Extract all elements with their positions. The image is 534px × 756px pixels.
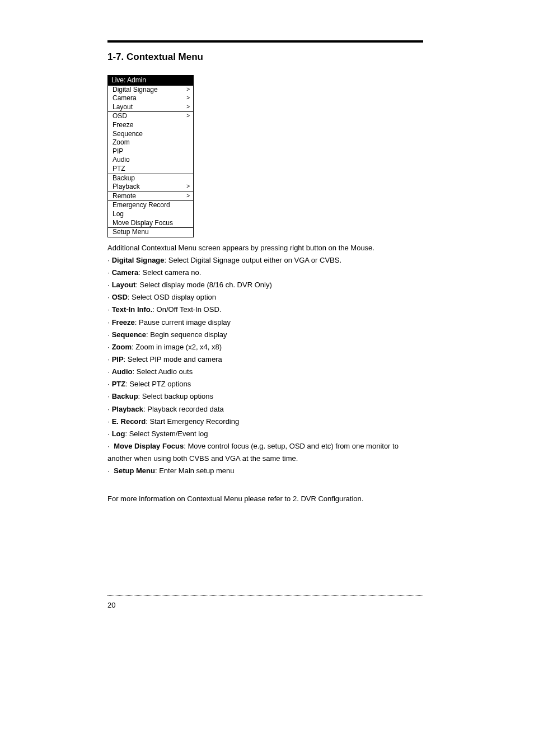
description-list: ·Digital Signage: Select Digital Signage… xyxy=(107,254,423,440)
bullet-icon: · xyxy=(107,330,112,339)
menu-item-label: PIP xyxy=(113,148,123,155)
description-term: Playback xyxy=(112,405,143,413)
description-text: : Select PIP mode and camera xyxy=(124,355,222,363)
menu-item: Audio xyxy=(108,156,193,165)
menu-item: Emergency Record xyxy=(108,201,193,210)
description-line: ·Log: Select System/Event log xyxy=(107,428,423,440)
body-text: Additional Contextual Menu screen appear… xyxy=(107,242,423,506)
description-line: ·Camera: Select camera no. xyxy=(107,267,423,279)
description-line: ·Text-In Info.: On/Off Text-In OSD. xyxy=(107,304,423,316)
menu-item: Layout> xyxy=(108,103,193,113)
bullet-icon: · xyxy=(107,355,112,363)
description-text: : Select Digital Signage output either o… xyxy=(165,256,342,264)
description-line: ·PTZ: Select PTZ options xyxy=(107,378,423,390)
description-term: Backup xyxy=(112,392,138,400)
closing-paragraph: For more information on Contextual Menu … xyxy=(107,493,423,505)
bullet-icon: · xyxy=(107,430,112,438)
description-line: ·Sequence: Begin sequence display xyxy=(107,329,423,341)
bullet-icon: · xyxy=(107,281,112,289)
menu-item-label: Zoom xyxy=(113,139,130,146)
menu-item-label: Digital Signage xyxy=(113,86,158,94)
description-term: OSD xyxy=(112,293,128,301)
menu-item: PTZ xyxy=(108,165,193,174)
menu-item: Freeze xyxy=(108,121,193,130)
description-term: Camera xyxy=(112,268,139,277)
description-text: : Select display mode (8/16 ch. DVR Only… xyxy=(135,281,272,289)
bullet-icon: · xyxy=(107,318,112,326)
description-line: ·E. Record: Start Emergency Recording xyxy=(107,416,423,428)
setup-text: : Enter Main setup menu xyxy=(155,466,235,475)
description-term: Log xyxy=(112,430,125,438)
menu-item-label: Camera xyxy=(113,95,137,102)
menu-body: Digital Signage>Camera>Layout>OSD>Freeze… xyxy=(108,86,193,237)
bullet-icon: · xyxy=(107,367,112,376)
description-text: : On/Off Text-In OSD. xyxy=(152,305,221,314)
description-text: : Pause current image display xyxy=(135,318,231,326)
description-text: : Select System/Event log xyxy=(125,430,208,438)
bullet-icon: · xyxy=(107,392,112,400)
description-text: : Select camera no. xyxy=(138,268,201,277)
description-term: Sequence xyxy=(112,330,146,339)
setup-menu-line: · Setup Menu: Enter Main setup menu xyxy=(107,465,423,477)
menu-item-label: Backup xyxy=(113,175,135,182)
menu-item-label: Remote xyxy=(113,193,136,200)
bullet-icon: · xyxy=(107,417,112,426)
menu-item-label: Emergency Record xyxy=(113,202,170,209)
description-term: PTZ xyxy=(112,380,126,388)
menu-item-label: Setup Menu xyxy=(113,228,149,236)
description-term: PIP xyxy=(112,355,124,363)
term-setup-menu: Setup Menu xyxy=(114,466,155,475)
description-text: : Select backup options xyxy=(138,392,213,400)
description-term: Layout xyxy=(112,281,136,289)
menu-item: Zoom xyxy=(108,138,193,147)
description-line: ·Audio: Select Audio outs xyxy=(107,366,423,378)
menu-item: Camera> xyxy=(108,94,193,103)
description-term: Zoom xyxy=(112,343,132,351)
menu-item-label: Layout xyxy=(113,104,133,111)
bullet-icon: · xyxy=(107,466,112,475)
menu-item-label: Freeze xyxy=(113,122,133,129)
top-rule xyxy=(107,40,423,43)
chevron-right-icon: > xyxy=(186,95,191,101)
description-text: : Playback recorded data xyxy=(143,405,224,413)
term-move-display-focus: Move Display Focus xyxy=(114,442,184,450)
menu-item-label: Playback xyxy=(113,183,140,190)
menu-item: Log xyxy=(108,210,193,219)
description-line: ·Freeze: Pause current image display xyxy=(107,316,423,329)
description-text: : Select OSD display option xyxy=(128,293,216,301)
description-line: ·Layout: Select display mode (8/16 ch. D… xyxy=(107,279,423,291)
bullet-icon: · xyxy=(107,293,112,301)
description-text: : Begin sequence display xyxy=(146,330,227,339)
contextual-menu-screenshot: Live: Admin Digital Signage>Camera>Layou… xyxy=(107,75,194,237)
chevron-right-icon: > xyxy=(186,87,191,93)
description-text: : Select PTZ options xyxy=(125,380,191,388)
menu-item: Move Display Focus xyxy=(108,219,193,228)
menu-item-label: OSD xyxy=(113,113,127,120)
bullet-icon: · xyxy=(107,305,112,314)
menu-item: Digital Signage> xyxy=(108,86,193,95)
description-text: : Start Emergency Recording xyxy=(146,417,239,426)
intro-paragraph: Additional Contextual Menu screen appear… xyxy=(107,242,423,254)
menu-item: Remote> xyxy=(108,192,193,202)
menu-item-label: PTZ xyxy=(113,165,125,172)
description-term: Text-In Info. xyxy=(112,305,153,314)
description-term: Audio xyxy=(112,367,133,376)
menu-item-label: Move Display Focus xyxy=(113,220,173,227)
footer-separator xyxy=(107,595,423,596)
bullet-icon: · xyxy=(107,442,112,450)
description-line: ·Backup: Select backup options xyxy=(107,390,423,403)
chevron-right-icon: > xyxy=(186,184,191,190)
description-line: ·PIP: Select PIP mode and camera xyxy=(107,353,423,366)
description-line: ·Playback: Playback recorded data xyxy=(107,403,423,416)
bullet-icon: · xyxy=(107,380,112,388)
description-line: ·OSD: Select OSD display option xyxy=(107,291,423,304)
description-term: E. Record xyxy=(112,417,146,426)
description-line: ·Digital Signage: Select Digital Signage… xyxy=(107,254,423,267)
move-display-focus-line: · Move Display Focus: Move control focus… xyxy=(107,440,423,452)
menu-item: Playback> xyxy=(108,183,193,192)
menu-item-label: Log xyxy=(113,211,124,218)
menu-item: Backup xyxy=(108,174,193,183)
menu-item: PIP xyxy=(108,147,193,156)
bullet-icon: · xyxy=(107,268,112,277)
description-text: : Select Audio outs xyxy=(132,367,193,376)
